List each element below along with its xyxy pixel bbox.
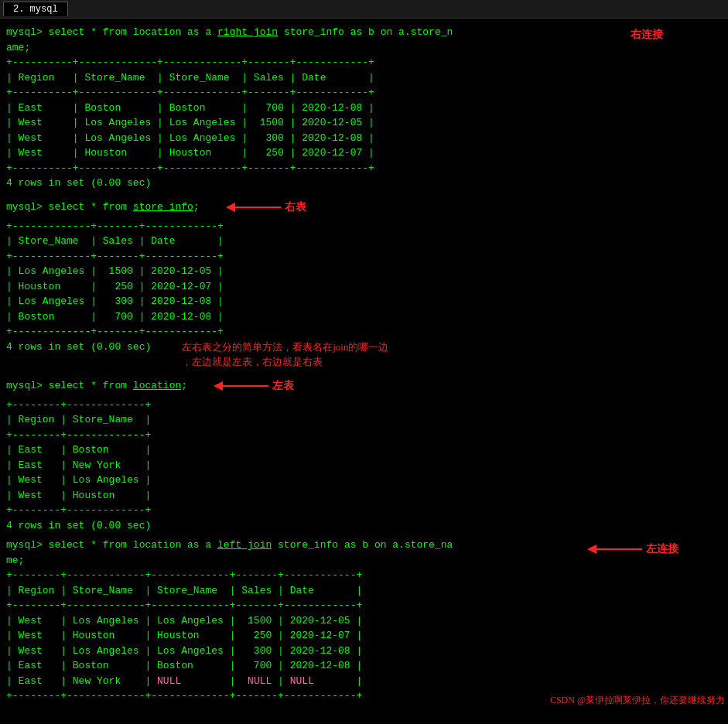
watermark: CSDN @莱伊拉啊莱伊拉，你还要继续努力 (550, 694, 725, 707)
rj-border-top: +----------+-------------+-------------+… (6, 55, 725, 70)
lj-row-3: | West | Los Angeles | Los Angeles | 300… (6, 644, 725, 659)
right-join-prompt: mysql> select * from location as a right… (6, 25, 725, 40)
left-table-label: 左表 (272, 379, 294, 393)
loc-row-4: | West | Houston | (6, 488, 725, 504)
left-join-arrow (584, 538, 646, 561)
rj-border-bot: +----------+-------------+-------------+… (6, 161, 725, 176)
si-row-4: | Boston | 700 | 2020-12-08 | (6, 309, 725, 325)
si-row-2: | Houston | 250 | 2020-12-07 | (6, 279, 725, 295)
loc-border-mid: +--------+-------------+ (6, 428, 725, 443)
right-join-section: mysql> select * from location as a right… (6, 25, 725, 191)
right-table-arrow (223, 196, 285, 219)
terminal: mysql> select * from location as a right… (0, 19, 728, 710)
rj-row-3: | West | Los Angeles | Los Angeles | 300… (6, 131, 725, 146)
si-border-mid: +-------------+-------+------------+ (6, 249, 725, 265)
lj-row-1: | West | Los Angeles | Los Angeles | 150… (6, 613, 725, 629)
si-row-1: | Los Angeles | 1500 | 2020-12-05 | (6, 264, 725, 279)
left-join-section: mysql> select * from location as a left … (6, 538, 725, 704)
loc-row-2: | East | New York | (6, 458, 725, 473)
location-section: mysql> select * from location; 左表 +-----… (6, 374, 725, 534)
lj-border-top: +--------+-------------+-------------+--… (6, 568, 725, 583)
left-join-label: 左连接 (646, 542, 678, 556)
lj-header: | Region | Store_Name | Store_Name | Sal… (6, 583, 725, 599)
si-border-bot: +-------------+-------+------------+ (6, 324, 725, 340)
rj-row-1: | East | Boston | Boston | 700 | 2020-12… (6, 101, 725, 116)
store-info-prompt: mysql> select * from store_info; (6, 200, 200, 215)
lj-row-5: | East | New York | NULL | NULL | NULL | (6, 674, 725, 689)
si-row-3: | Los Angeles | 300 | 2020-12-08 | (6, 294, 725, 309)
si-rowcount: 4 rows in set (0.00 sec) (6, 340, 151, 355)
loc-border-top: +--------+-------------+ (6, 398, 725, 413)
tab-bar: 2. mysql (0, 0, 728, 19)
si-border-top: +-------------+-------+------------+ (6, 219, 725, 234)
loc-row-3: | West | Los Angeles | (6, 473, 725, 488)
loc-row-1: | East | Boston | (6, 442, 725, 458)
rj-rowcount: 4 rows in set (0.00 sec) (6, 176, 725, 191)
right-join-label: 右连接 (631, 28, 663, 42)
lj-border-mid: +--------+-------------+-------------+--… (6, 598, 725, 613)
store-info-section: mysql> select * from store_info; 右表 +---… (6, 196, 725, 370)
rj-header: | Region | Store_Name | Store_Name | Sal… (6, 70, 725, 86)
loc-border-bot: +--------+-------------+ (6, 503, 725, 518)
lr-explanation: 左右表之分的简单方法，看表名在join的哪一边 ，左边就是左表，右边就是右表 (182, 340, 388, 370)
rj-border-mid: +----------+-------------+-------------+… (6, 85, 725, 101)
location-prompt: mysql> select * from location; (6, 378, 187, 394)
rj-row-2: | West | Los Angeles | Los Angeles | 150… (6, 115, 725, 131)
loc-rowcount: 4 rows in set (0.00 sec) (6, 518, 725, 534)
loc-header: | Region | Store_Name | (6, 412, 725, 428)
lj-row-4: | East | Boston | Boston | 700 | 2020-12… (6, 658, 725, 674)
right-table-label: 右表 (285, 200, 306, 214)
left-table-arrow (210, 374, 272, 398)
rj-row-4: | West | Houston | Houston | 250 | 2020-… (6, 145, 725, 161)
lj-row-2: | West | Houston | Houston | 250 | 2020-… (6, 628, 725, 644)
si-header: | Store_Name | Sales | Date | (6, 234, 725, 249)
tab-mysql[interactable]: 2. mysql (3, 2, 68, 16)
right-join-prompt2: ame; (6, 40, 725, 56)
